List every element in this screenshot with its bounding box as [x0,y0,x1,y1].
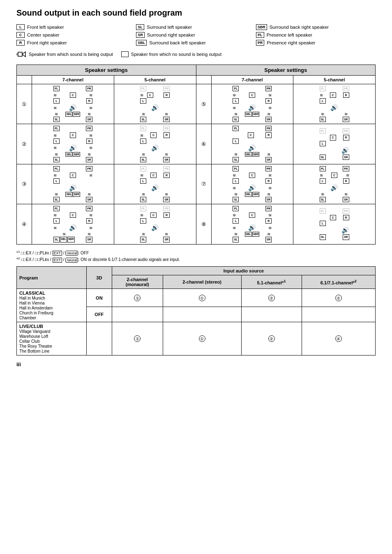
SL-tag: SL [53,117,60,122]
inactive-speaker-label: Speaker from which no sound is being out… [131,52,221,57]
symbol-legend: Speaker from which sound is being output… [16,50,376,59]
legend-label-SL: Surround left speaker [147,25,192,30]
col-3d: 3D [86,267,112,289]
PR-tag: PR [86,86,92,91]
scenario-num-4: ④ [17,204,32,244]
SR-tag: SR [86,117,92,122]
layout-4-7ch: PL PR ≋ C ≋ L R ≋ 🔊 [53,206,92,242]
col-6171ch: 6.1/7.1-channel*2 [302,275,375,289]
scenario-row-4: ④ PL PR ≋ C ≋ L R [17,204,196,244]
scenario-6-7ch: PL PR C R L 🔊 [211,124,293,164]
active-speaker-icon [16,50,26,59]
L-tag: L [53,98,60,104]
PL-tag: PL [53,86,60,91]
R-tag: R [164,92,170,98]
liveclub-3d [86,322,112,355]
PR-tag-off: PR [163,86,170,91]
scenario-8-7ch: PL PR ≋ C ≋ L R ≋ 🔊 [211,204,293,244]
C-tag: C [147,92,153,98]
left-channel-headers: 7-channel 5-channel [17,76,196,84]
layout-8-5ch: PL PR C R L 🔊 [320,208,349,240]
scenario-8-5ch: PL PR C R L 🔊 [293,204,375,244]
legend-item-SBR: SBR Surround back right speaker [256,24,376,30]
SL-wave: ≋ [142,112,145,116]
classical-off-51 [241,307,302,322]
scenario-row-8: ⑧ PL PR ≋ C ≋ L R [196,204,376,244]
legend-item-PR: PR Presence right speaker [256,40,376,46]
badge-L: L [16,24,25,30]
classical-label: CLASSICAL [19,291,45,295]
L-wave2: ≋ [53,106,57,110]
notes-section: *1 □□EX / □□PLⅡx / EXT / neural: OFF *2 … [16,249,376,263]
badge-PL: PL [256,32,264,38]
scenario-1-7ch: PL PR ≋ C ≋ L R ≋ 🔊 [32,84,114,124]
legend-label-SBR: Surround back right speaker [270,25,329,30]
scenario-5-7ch: PL PR ≋ C ≋ L R ≋ 🔊 [211,84,293,124]
classical-off-6171 [302,307,375,322]
layout-2-7ch: PL PR ≋ C ≋ L R ≋ 🔊 [53,126,92,162]
col-51ch: 5.1-channel*1 [241,275,302,289]
layout-6-7ch: PL PR C R L 🔊 [233,126,272,162]
scenario-3-7ch: PL PR ≋ C ≋ L 🔊 [32,164,114,204]
PR: PR [86,126,92,131]
badge-SBR: SBR [256,24,267,30]
layout-8-7ch: PL PR ≋ C ≋ L R ≋ 🔊 [233,206,272,242]
classical-on-51: ② [241,289,302,307]
scenario-row-5: ⑤ PL PR ≋ C ≋ L R [196,84,376,124]
badge-SBL: SBL [136,40,147,46]
legend: L Front left speaker C Center speaker R … [16,24,376,46]
scenario-row-3: ③ PL PR ≋ C ≋ L [17,164,196,204]
scenario-num-6: ⑥ [196,124,211,164]
R-tag: R [86,98,92,104]
layout-7-7ch: PL PR ≋ C ≋ L R ≋ 🔊 [233,166,272,202]
right-7ch-header: 7-channel [211,76,293,84]
col-2ch-stereo: 2-channel (stereo) [163,275,241,289]
badge-C: C [16,32,25,38]
legend-item-SR: SR Surround right speaker [136,32,256,38]
scenario-num-3: ③ [17,164,32,204]
speaker-settings-tables: Speaker settings 7-channel 5-channel ① P… [16,65,376,245]
left-7ch-header: 7-channel [32,76,114,84]
R-wave2: ≋ [89,106,92,110]
scenario-6-5ch: PL PR C R L 🔊 [293,124,375,164]
liveclub-programs: Village VanguardWarehouse LoftCellar Clu… [19,329,52,353]
legend-item-SL: SL Surround left speaker [136,24,256,30]
classical-on-label: ON [86,289,112,307]
layout-3-7ch: PL PR ≋ C ≋ L 🔊 [53,166,92,202]
PL-tag-off: PL [140,86,146,91]
legend-label-R: Front right speaker [27,40,67,45]
right-settings-table: Speaker settings 7-channel 5-channel ⑤ P… [196,65,376,244]
classical-on-mono: ① [112,289,163,307]
layout-1-5ch: PL PR ≋ C R L 🔊 [140,86,170,122]
sub-icon: 🔊 [69,104,77,111]
L-tag: L [140,98,146,104]
legend-item-C: C Center speaker [16,32,136,38]
layout-2-5ch: PL PR ≋ C R L 🔊 [140,126,170,162]
legend-col-1: L Front left speaker C Center speaker R … [16,24,136,46]
layout-6-5ch: PL PR C R L 🔊 [320,128,349,159]
classical-on-6171: ② [302,289,375,307]
SR-wave: ≋ [165,112,168,116]
layout-7-5ch: PL PR ≋ C ≋ L R 🔊 [320,166,349,202]
legend-label-L: Front left speaker [27,25,64,30]
legend-item-SBL: SBL Surround back left speaker [136,40,256,46]
classical-off-stereo [163,307,241,322]
col-input-source: Input audio source [112,267,375,275]
L-wave: ≋ [140,93,143,97]
layout-3-5ch: PL PR ≋ C R L 🔊 [140,166,170,202]
scenario-4-5ch: PL PR ≋ C R L 🔊 [114,204,196,244]
classical-section: CLASSICAL Hall in MunichHall in ViennaHa… [17,289,87,322]
sub-icon: 🔊 [151,104,159,111]
liveclub-6171: ④ [302,322,375,355]
col-program: Program [17,267,87,289]
inactive-symbol: Speaker from which no sound is being out… [121,51,221,57]
page-number: iii [16,361,376,367]
classical-on-stereo: ① [163,289,241,307]
svg-rect-0 [18,52,22,56]
C-tag: C [70,92,76,98]
scenario-5-5ch: PL PR ≋ C R L 🔊 [293,84,375,124]
left-settings-table: Speaker settings 7-channel 5-channel ① P… [17,65,196,244]
page-title: Sound output in each sound field program [16,8,376,18]
right-5ch-header: 5-channel [293,76,375,84]
SR-wave: ≋ [88,112,91,116]
